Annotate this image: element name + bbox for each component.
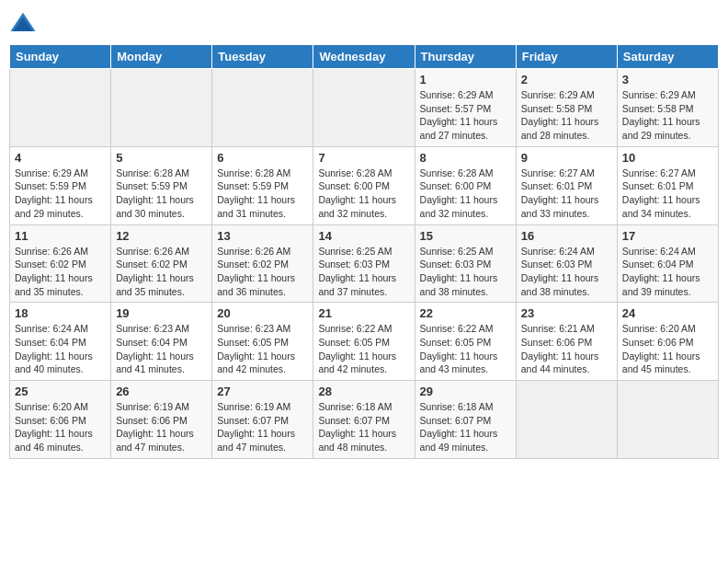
calendar-cell: 19Sunrise: 6:23 AM Sunset: 6:04 PM Dayli… bbox=[111, 303, 212, 381]
calendar-cell: 6Sunrise: 6:28 AM Sunset: 5:59 PM Daylig… bbox=[212, 146, 313, 224]
calendar-cell: 22Sunrise: 6:22 AM Sunset: 6:05 PM Dayli… bbox=[415, 303, 516, 381]
calendar-cell: 25Sunrise: 6:20 AM Sunset: 6:06 PM Dayli… bbox=[10, 381, 111, 459]
day-header-tuesday: Tuesday bbox=[212, 45, 313, 69]
calendar-cell: 3Sunrise: 6:29 AM Sunset: 5:58 PM Daylig… bbox=[617, 69, 718, 147]
day-info: Sunrise: 6:27 AM Sunset: 6:01 PM Dayligh… bbox=[622, 167, 713, 221]
day-info: Sunrise: 6:22 AM Sunset: 6:05 PM Dayligh… bbox=[318, 322, 409, 376]
day-number: 1 bbox=[420, 73, 511, 86]
calendar-cell: 28Sunrise: 6:18 AM Sunset: 6:07 PM Dayli… bbox=[313, 381, 415, 459]
calendar-cell: 5Sunrise: 6:28 AM Sunset: 5:59 PM Daylig… bbox=[111, 146, 212, 224]
day-info: Sunrise: 6:29 AM Sunset: 5:57 PM Dayligh… bbox=[420, 88, 511, 143]
day-header-sunday: Sunday bbox=[10, 45, 111, 69]
calendar-cell bbox=[313, 69, 415, 147]
calendar-cell: 16Sunrise: 6:24 AM Sunset: 6:03 PM Dayli… bbox=[516, 224, 617, 303]
calendar-cell: 26Sunrise: 6:19 AM Sunset: 6:06 PM Dayli… bbox=[111, 381, 212, 459]
day-number: 2 bbox=[521, 73, 612, 86]
calendar-cell: 9Sunrise: 6:27 AM Sunset: 6:01 PM Daylig… bbox=[516, 146, 617, 224]
day-info: Sunrise: 6:22 AM Sunset: 6:05 PM Dayligh… bbox=[420, 322, 511, 376]
calendar-cell: 12Sunrise: 6:26 AM Sunset: 6:02 PM Dayli… bbox=[111, 224, 212, 303]
day-info: Sunrise: 6:29 AM Sunset: 5:59 PM Dayligh… bbox=[15, 167, 106, 221]
calendar-cell: 14Sunrise: 6:25 AM Sunset: 6:03 PM Dayli… bbox=[313, 224, 415, 303]
day-number: 9 bbox=[521, 151, 612, 165]
calendar-week-row: 25Sunrise: 6:20 AM Sunset: 6:06 PM Dayli… bbox=[10, 381, 719, 459]
calendar-week-row: 1Sunrise: 6:29 AM Sunset: 5:57 PM Daylig… bbox=[10, 69, 719, 147]
calendar-week-row: 11Sunrise: 6:26 AM Sunset: 6:02 PM Dayli… bbox=[10, 224, 719, 303]
logo-icon bbox=[9, 9, 37, 37]
day-number: 27 bbox=[217, 385, 308, 398]
day-info: Sunrise: 6:24 AM Sunset: 6:04 PM Dayligh… bbox=[15, 322, 106, 376]
day-info: Sunrise: 6:18 AM Sunset: 6:07 PM Dayligh… bbox=[318, 400, 409, 454]
calendar-cell: 4Sunrise: 6:29 AM Sunset: 5:59 PM Daylig… bbox=[10, 146, 111, 224]
day-info: Sunrise: 6:19 AM Sunset: 6:07 PM Dayligh… bbox=[217, 400, 308, 454]
day-info: Sunrise: 6:25 AM Sunset: 6:03 PM Dayligh… bbox=[420, 245, 511, 299]
day-number: 22 bbox=[420, 306, 511, 320]
day-info: Sunrise: 6:20 AM Sunset: 6:06 PM Dayligh… bbox=[15, 400, 106, 454]
calendar-cell bbox=[516, 381, 617, 459]
calendar-cell: 15Sunrise: 6:25 AM Sunset: 6:03 PM Dayli… bbox=[415, 224, 516, 303]
day-number: 16 bbox=[521, 229, 612, 243]
day-info: Sunrise: 6:24 AM Sunset: 6:04 PM Dayligh… bbox=[622, 245, 713, 299]
day-number: 12 bbox=[116, 229, 207, 243]
day-number: 21 bbox=[318, 306, 409, 320]
day-number: 28 bbox=[318, 385, 409, 398]
calendar-header-row: SundayMondayTuesdayWednesdayThursdayFrid… bbox=[10, 45, 719, 69]
logo[interactable] bbox=[9, 9, 40, 37]
day-number: 11 bbox=[15, 229, 106, 243]
day-info: Sunrise: 6:28 AM Sunset: 5:59 PM Dayligh… bbox=[217, 167, 308, 221]
day-number: 25 bbox=[15, 385, 106, 398]
calendar-cell: 29Sunrise: 6:18 AM Sunset: 6:07 PM Dayli… bbox=[415, 381, 516, 459]
day-number: 7 bbox=[318, 151, 409, 165]
calendar-cell: 17Sunrise: 6:24 AM Sunset: 6:04 PM Dayli… bbox=[617, 224, 718, 303]
day-number: 5 bbox=[116, 151, 207, 165]
day-number: 18 bbox=[15, 306, 106, 320]
calendar-table: SundayMondayTuesdayWednesdayThursdayFrid… bbox=[9, 44, 719, 459]
calendar-cell: 20Sunrise: 6:23 AM Sunset: 6:05 PM Dayli… bbox=[212, 303, 313, 381]
calendar-cell: 27Sunrise: 6:19 AM Sunset: 6:07 PM Dayli… bbox=[212, 381, 313, 459]
day-info: Sunrise: 6:24 AM Sunset: 6:03 PM Dayligh… bbox=[521, 245, 612, 299]
calendar-cell: 2Sunrise: 6:29 AM Sunset: 5:58 PM Daylig… bbox=[516, 69, 617, 147]
calendar-cell: 8Sunrise: 6:28 AM Sunset: 6:00 PM Daylig… bbox=[415, 146, 516, 224]
calendar-cell bbox=[617, 381, 718, 459]
day-number: 23 bbox=[521, 306, 612, 320]
day-number: 20 bbox=[217, 306, 308, 320]
calendar-cell bbox=[212, 69, 313, 147]
day-info: Sunrise: 6:25 AM Sunset: 6:03 PM Dayligh… bbox=[318, 245, 409, 299]
day-info: Sunrise: 6:29 AM Sunset: 5:58 PM Dayligh… bbox=[521, 88, 612, 143]
day-header-friday: Friday bbox=[516, 45, 617, 69]
day-number: 13 bbox=[217, 229, 308, 243]
day-number: 26 bbox=[116, 385, 207, 398]
day-info: Sunrise: 6:28 AM Sunset: 6:00 PM Dayligh… bbox=[318, 167, 409, 221]
day-info: Sunrise: 6:26 AM Sunset: 6:02 PM Dayligh… bbox=[217, 245, 308, 299]
day-info: Sunrise: 6:28 AM Sunset: 5:59 PM Dayligh… bbox=[116, 167, 207, 221]
day-info: Sunrise: 6:26 AM Sunset: 6:02 PM Dayligh… bbox=[15, 245, 106, 299]
day-number: 17 bbox=[622, 229, 713, 243]
day-header-thursday: Thursday bbox=[415, 45, 516, 69]
day-number: 24 bbox=[622, 306, 713, 320]
day-number: 6 bbox=[217, 151, 308, 165]
day-number: 3 bbox=[622, 73, 713, 86]
day-header-saturday: Saturday bbox=[617, 45, 718, 69]
day-info: Sunrise: 6:23 AM Sunset: 6:04 PM Dayligh… bbox=[116, 322, 207, 376]
calendar-cell: 11Sunrise: 6:26 AM Sunset: 6:02 PM Dayli… bbox=[10, 224, 111, 303]
calendar-cell: 18Sunrise: 6:24 AM Sunset: 6:04 PM Dayli… bbox=[10, 303, 111, 381]
calendar-cell: 13Sunrise: 6:26 AM Sunset: 6:02 PM Dayli… bbox=[212, 224, 313, 303]
calendar-cell bbox=[10, 69, 111, 147]
day-number: 29 bbox=[420, 385, 511, 398]
calendar-cell: 23Sunrise: 6:21 AM Sunset: 6:06 PM Dayli… bbox=[516, 303, 617, 381]
day-number: 14 bbox=[318, 229, 409, 243]
day-info: Sunrise: 6:28 AM Sunset: 6:00 PM Dayligh… bbox=[420, 167, 511, 221]
day-info: Sunrise: 6:29 AM Sunset: 5:58 PM Dayligh… bbox=[622, 88, 713, 143]
day-info: Sunrise: 6:21 AM Sunset: 6:06 PM Dayligh… bbox=[521, 322, 612, 376]
day-info: Sunrise: 6:23 AM Sunset: 6:05 PM Dayligh… bbox=[217, 322, 308, 376]
day-number: 15 bbox=[420, 229, 511, 243]
calendar-cell: 24Sunrise: 6:20 AM Sunset: 6:06 PM Dayli… bbox=[617, 303, 718, 381]
day-number: 4 bbox=[15, 151, 106, 165]
calendar-week-row: 4Sunrise: 6:29 AM Sunset: 5:59 PM Daylig… bbox=[10, 146, 719, 224]
calendar-cell bbox=[111, 69, 212, 147]
day-info: Sunrise: 6:20 AM Sunset: 6:06 PM Dayligh… bbox=[622, 322, 713, 376]
day-info: Sunrise: 6:18 AM Sunset: 6:07 PM Dayligh… bbox=[420, 400, 511, 454]
page-header bbox=[9, 9, 719, 37]
day-number: 8 bbox=[420, 151, 511, 165]
day-header-monday: Monday bbox=[111, 45, 212, 69]
calendar-cell: 7Sunrise: 6:28 AM Sunset: 6:00 PM Daylig… bbox=[313, 146, 415, 224]
